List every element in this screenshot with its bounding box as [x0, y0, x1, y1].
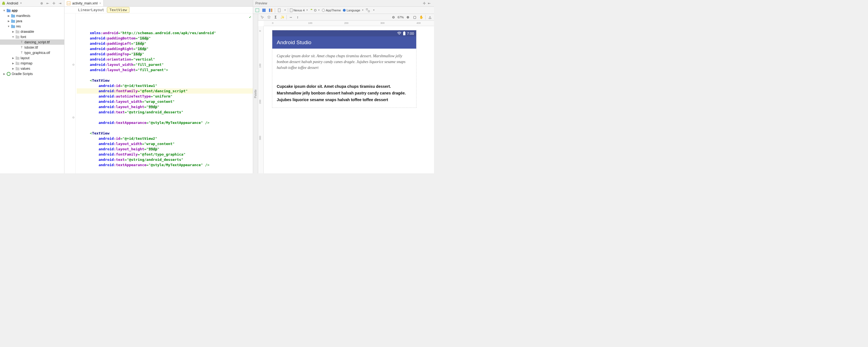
tree-row[interactable]: ▶Ttypo_graphica.otf	[0, 50, 64, 55]
code-line[interactable]: android:paddingLeft="16dp"	[77, 41, 253, 46]
code-line[interactable]: android:id="@+id/textView1"	[77, 83, 253, 88]
tree-arrow-icon[interactable]: ▶	[12, 57, 14, 59]
code-line[interactable]: android:textAppearance="@style/MyTextApp…	[77, 120, 253, 125]
zoom-out-icon[interactable]: ⊖	[391, 15, 396, 20]
tree-arrow-icon[interactable]: ▶	[12, 30, 14, 33]
language-dropdown[interactable]: Language▼	[343, 9, 364, 12]
tree-arrow-icon[interactable]: ▶	[3, 72, 5, 75]
collapse-icon[interactable]: ⇤	[45, 1, 50, 6]
fold-icon[interactable]: ⊖	[72, 116, 75, 119]
code-line[interactable]: android:paddingTop="16dp"	[77, 52, 253, 57]
textview-2: Cupcake ipsum dolor sit. Amet chupa chup…	[277, 83, 407, 103]
breadcrumb-item[interactable]: TextView	[107, 7, 129, 13]
tree-label: dancing_script.ttf	[25, 40, 50, 44]
tree-row[interactable]: ▶drawable	[0, 29, 64, 34]
code-line[interactable]: android:fontFamily="@font/dancing_script…	[77, 88, 253, 94]
pan-icon[interactable]: ✋	[419, 15, 424, 20]
code-line[interactable]: android:text="@string/android_desserts"	[77, 157, 253, 162]
code-editor[interactable]: ⊖⊖ ✔ xmlns:android="http://schemas.andro…	[64, 13, 253, 174]
tree-row[interactable]: ▶Gradle Scripts	[0, 71, 64, 76]
tree-arrow-icon[interactable]: ▶	[7, 20, 10, 23]
code-line[interactable]: android:paddingRight="16dp"	[77, 46, 253, 52]
fit-icon[interactable]: ▢	[412, 15, 417, 20]
tree-row[interactable]: ▼font	[0, 34, 64, 39]
orientation-icon[interactable]	[277, 8, 282, 13]
design-mode-icon[interactable]	[255, 8, 260, 13]
code-line[interactable]	[77, 72, 253, 78]
wifi-icon	[397, 32, 402, 35]
code-line[interactable]	[77, 125, 253, 131]
code-line[interactable]: android:layout_height="99dp"	[77, 104, 253, 109]
code-line[interactable]	[77, 115, 253, 120]
tree-arrow-icon[interactable]: ▼	[3, 9, 5, 12]
code-area[interactable]: ✔ xmlns:android="http://schemas.android.…	[75, 13, 253, 174]
gear-icon[interactable]: ✢	[52, 1, 56, 6]
tree-row[interactable]: ▶manifests	[0, 13, 64, 18]
code-line[interactable]: android:layout_width="wrap_content"	[77, 141, 253, 147]
expand-v-icon[interactable]: ↕	[295, 15, 300, 20]
code-line[interactable]: android:orientation="vertical"	[77, 57, 253, 62]
zoom-in-icon[interactable]: ⊕	[405, 15, 410, 20]
svg-rect-31	[403, 32, 405, 35]
editor-tab[interactable]: <> activity_main.xml ×	[64, 0, 104, 6]
tree-row[interactable]: ▶mipmap	[0, 61, 64, 66]
svg-rect-11	[16, 35, 17, 36]
code-line[interactable]: android:layout_width="fill_parent"	[77, 62, 253, 67]
tree-row[interactable]: ▼res	[0, 24, 64, 29]
project-type-dropdown[interactable]: Android	[7, 1, 18, 5]
code-line[interactable]: android:layout_height="fill_parent">	[77, 67, 253, 72]
fold-icon[interactable]: ⊖	[72, 63, 75, 66]
design-surface: Σ ✨ ↔ ↕ ⊖ 67% ⊕ ▢ ✋ △ 0100200300400 010	[258, 14, 434, 174]
theme-dropdown[interactable]: AppTheme	[322, 9, 341, 12]
svg-rect-15	[16, 62, 17, 63]
tree-row[interactable]: ▶java	[0, 18, 64, 24]
tree-row[interactable]: ▶layout	[0, 55, 64, 61]
target-icon[interactable]: ⊕	[39, 1, 44, 6]
sigma-icon[interactable]: Σ	[273, 15, 278, 20]
tree-arrow-icon[interactable]: ▼	[7, 25, 10, 28]
breadcrumb-item[interactable]: LinearLayout	[75, 7, 107, 13]
code-line[interactable]: <TextView	[77, 131, 253, 136]
code-line[interactable]: android:paddingBottom="16dp"	[77, 36, 253, 41]
close-icon[interactable]: ×	[99, 1, 101, 5]
hide-panel-icon[interactable]: ⇥	[58, 1, 63, 6]
code-line[interactable]: xmlns:android="http://schemas.android.co…	[77, 30, 253, 36]
both-mode-icon[interactable]	[268, 8, 273, 13]
tree-row[interactable]: ▶Tlobster.ttf	[0, 45, 64, 50]
design-canvas[interactable]: 0100200300400 0100200300 7:00 Android St…	[258, 21, 434, 174]
code-line[interactable]: <TextView	[77, 78, 253, 83]
gear-icon[interactable]: ✢	[422, 1, 427, 6]
magic-icon[interactable]: ✨	[280, 15, 285, 20]
code-line[interactable]	[77, 167, 253, 173]
tree-arrow-icon[interactable]: ▶	[7, 14, 10, 17]
tree-arrow-icon[interactable]: ▶	[12, 67, 14, 70]
svg-point-28	[343, 9, 346, 12]
code-line[interactable]: </LinearLayout>	[77, 173, 253, 174]
code-line[interactable]: android:layout_height="99dp"	[77, 147, 253, 152]
tree-row[interactable]: ▶Tdancing_script.ttf	[0, 39, 64, 45]
code-line[interactable]: android:textAppearance="@style/MyTextApp…	[77, 162, 253, 167]
select-icon[interactable]	[260, 15, 265, 20]
tree-arrow-icon[interactable]: ▶	[12, 62, 14, 65]
tree-row[interactable]: ▼app	[0, 8, 64, 13]
tree-row[interactable]: ▶values	[0, 66, 64, 71]
layers-icon[interactable]	[267, 15, 272, 20]
warnings-icon[interactable]: △	[427, 15, 432, 20]
code-line[interactable]: android:fontFamily="@font/typo_graphica"	[77, 152, 253, 157]
project-tree[interactable]: ▼app▶manifests▶java▼res▶drawable▼font▶Td…	[0, 7, 64, 174]
hide-panel-icon[interactable]: ⇤	[427, 1, 432, 6]
ruler-tick: 400	[416, 22, 421, 25]
api-dropdown[interactable]: O▼	[310, 9, 320, 12]
palette-tab[interactable]: Palette	[253, 14, 258, 174]
code-line[interactable]: android:layout_width="wrap_content"	[77, 99, 253, 104]
svg-rect-21	[256, 9, 259, 12]
variants-icon[interactable]	[365, 8, 370, 13]
expand-h-icon[interactable]: ↔	[288, 15, 293, 20]
tree-arrow-icon[interactable]: ▼	[12, 36, 14, 38]
device-statusbar: 7:00	[272, 30, 416, 36]
blueprint-mode-icon[interactable]	[261, 8, 267, 13]
code-line[interactable]: android:autoSizeTextType="uniform"	[77, 94, 253, 99]
device-dropdown[interactable]: Nexus 4▼	[290, 8, 308, 12]
code-line[interactable]: android:text="@string/android_desserts"	[77, 109, 253, 115]
code-line[interactable]: android:id="@+id/textView2"	[77, 136, 253, 141]
